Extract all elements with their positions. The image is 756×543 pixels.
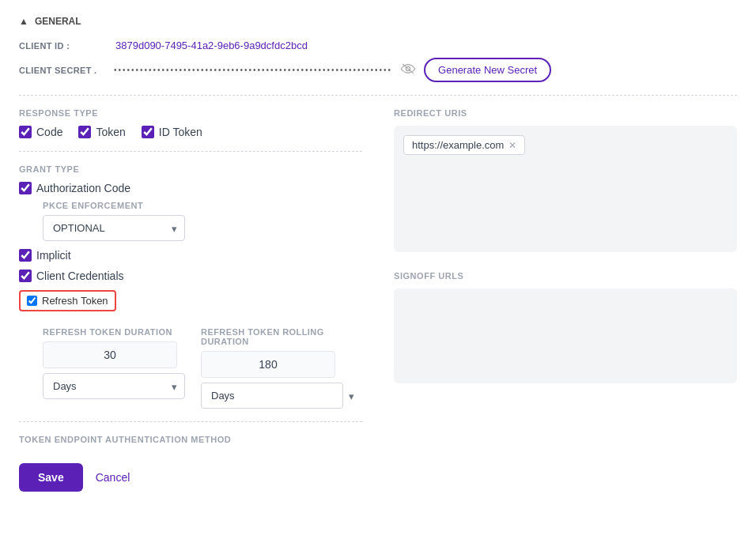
token-checkbox[interactable] (78, 126, 91, 138)
pkce-label: PKCE ENFORCEMENT (43, 201, 362, 210)
pkce-select-wrapper[interactable]: OPTIONAL REQUIRED DISABLED (43, 215, 185, 241)
client-id-value: 3879d090-7495-41a2-9eb6-9a9dcfdc2bcd (115, 40, 308, 51)
refresh-rolling-group: REFRESH TOKEN ROLLING DURATION Days Hour… (201, 327, 362, 409)
clientcreds-checkbox[interactable] (19, 270, 32, 282)
response-type-checkboxes: Code Token ID Token (19, 126, 362, 138)
signoff-urls-section: SIGNOFF URLS (394, 271, 737, 383)
authcode-checkbox-row[interactable]: Authorization Code (19, 182, 362, 194)
bottom-buttons: Save Cancel (19, 463, 737, 492)
refresh-duration-unit-select[interactable]: Days Hours Minutes (43, 373, 185, 399)
refresh-label[interactable]: Refresh Token (42, 295, 108, 307)
token-endpoint-label: TOKEN ENDPOINT AUTHENTICATION METHOD (19, 435, 362, 444)
refresh-rolling-unit-select[interactable]: Days Hours Minutes (201, 383, 343, 409)
client-id-row: CLIENT ID : 3879d090-7495-41a2-9eb6-9a9d… (19, 40, 737, 51)
refresh-checkbox[interactable] (27, 296, 37, 306)
client-secret-label: CLIENT SECRET . (19, 66, 106, 75)
page-container: ▲ GENERAL CLIENT ID : 3879d090-7495-41a2… (0, 0, 756, 543)
grant-implicit-item: Implicit (19, 249, 362, 262)
grant-authcode-item: Authorization Code PKCE ENFORCEMENT OPTI… (19, 182, 362, 241)
redirect-uris-box: https://example.com ✕ (394, 126, 737, 252)
clientcreds-checkbox-row[interactable]: Client Credentials (19, 270, 362, 282)
pkce-select[interactable]: OPTIONAL REQUIRED DISABLED (43, 215, 185, 241)
refresh-duration-group: REFRESH TOKEN DURATION Days Hours Minute… (43, 327, 185, 409)
signoff-urls-label: SIGNOFF URLS (394, 271, 737, 281)
grant-clientcreds-item: Client Credentials (19, 270, 362, 282)
implicit-checkbox-row[interactable]: Implicit (19, 249, 362, 262)
redirect-uris-section: REDIRECT URIS https://example.com ✕ (394, 108, 737, 252)
grant-divider (19, 421, 362, 422)
response-divider (19, 151, 362, 152)
implicit-checkbox[interactable] (19, 249, 32, 262)
response-type-section: RESPONSE TYPE Code Token ID Token (19, 108, 362, 138)
client-secret-dots: ••••••••••••••••••••••••••••••••••••••••… (114, 66, 392, 74)
refresh-token-highlight: Refresh Token (19, 290, 116, 311)
left-column: RESPONSE TYPE Code Token ID Token (19, 108, 362, 444)
section-label: GENERAL (35, 16, 81, 27)
implicit-label[interactable]: Implicit (36, 249, 71, 262)
grant-type-section: GRANT TYPE Authorization Code PKCE ENFOR… (19, 164, 362, 409)
main-content: RESPONSE TYPE Code Token ID Token (19, 108, 737, 444)
refresh-rolling-label: REFRESH TOKEN ROLLING DURATION (201, 327, 362, 346)
client-secret-row: CLIENT SECRET . ••••••••••••••••••••••••… (19, 58, 737, 82)
code-checkbox[interactable] (19, 126, 32, 138)
refresh-duration-unit-wrapper[interactable]: Days Hours Minutes (43, 373, 185, 399)
section-title: ▲ GENERAL (19, 16, 737, 27)
response-type-label: RESPONSE TYPE (19, 108, 362, 118)
authcode-checkbox[interactable] (19, 182, 32, 194)
redirect-tag-value: https://example.com (412, 139, 504, 151)
redirect-tag-0: https://example.com ✕ (403, 135, 525, 155)
refresh-duration-label: REFRESH TOKEN DURATION (43, 327, 185, 337)
grant-type-label: GRANT TYPE (19, 164, 362, 174)
grant-refresh-item: Refresh Token (19, 290, 362, 319)
code-label[interactable]: Code (36, 126, 62, 138)
redirect-remove-icon[interactable]: ✕ (508, 141, 516, 150)
generate-secret-button[interactable]: Generate New Secret (424, 58, 551, 82)
save-button[interactable]: Save (19, 463, 83, 492)
authcode-label[interactable]: Authorization Code (36, 182, 130, 194)
pkce-section: PKCE ENFORCEMENT OPTIONAL REQUIRED DISAB… (43, 201, 362, 241)
client-id-label: CLIENT ID : (19, 41, 106, 51)
signoff-urls-box (394, 288, 737, 383)
right-column: REDIRECT URIS https://example.com ✕ SIGN… (394, 108, 737, 444)
response-type-code[interactable]: Code (19, 126, 62, 138)
cancel-button[interactable]: Cancel (96, 471, 130, 484)
redirect-uris-label: REDIRECT URIS (394, 108, 737, 118)
refresh-duration-input[interactable] (43, 341, 177, 368)
response-type-token[interactable]: Token (78, 126, 125, 138)
section-divider (19, 95, 737, 96)
token-label[interactable]: Token (96, 126, 125, 138)
refresh-rolling-unit-wrapper[interactable]: Days Hours Minutes (201, 383, 362, 409)
response-type-idtoken[interactable]: ID Token (142, 126, 202, 138)
duration-section: REFRESH TOKEN DURATION Days Hours Minute… (43, 327, 362, 409)
eye-icon[interactable] (400, 63, 416, 77)
clientcreds-label[interactable]: Client Credentials (36, 270, 124, 282)
idtoken-checkbox[interactable] (142, 126, 154, 138)
idtoken-label[interactable]: ID Token (159, 126, 202, 138)
chevron-icon: ▲ (19, 16, 28, 27)
refresh-rolling-input[interactable] (201, 351, 335, 378)
